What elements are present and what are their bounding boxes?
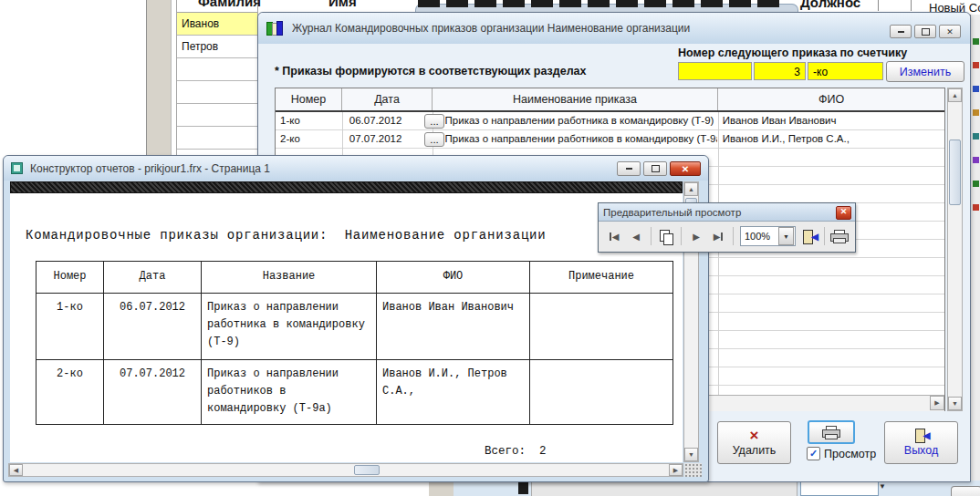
printer-icon bbox=[830, 230, 849, 243]
scroll-down-icon[interactable]: ▼ bbox=[684, 448, 698, 461]
counter-prefix-field[interactable] bbox=[678, 62, 752, 80]
preview-toolbar: Предварительный просмотр ✕ ◀ ◀ ▶ ▶ 100% … bbox=[598, 202, 856, 253]
scroll-right-icon[interactable]: ▶ bbox=[930, 396, 944, 410]
report-row: 1-ко 06.07.2012 Приказ о направлении раб… bbox=[36, 294, 673, 360]
orders-col-name[interactable]: Наименование приказа bbox=[433, 88, 718, 110]
side-panel-icon bbox=[973, 181, 979, 187]
background-bottom-splitter bbox=[429, 480, 454, 496]
counter-label: Номер следующего приказа по счетчику bbox=[678, 46, 891, 59]
report-hscrollbar[interactable]: ◀ ▶ bbox=[8, 463, 683, 477]
report-toolbar-strip bbox=[10, 181, 683, 193]
staff-row[interactable]: Петров bbox=[177, 36, 257, 58]
scroll-right-icon[interactable]: ▶ bbox=[669, 464, 683, 476]
last-page-button[interactable]: ▶ bbox=[708, 226, 728, 246]
print-button[interactable] bbox=[829, 226, 850, 246]
pages-icon bbox=[660, 230, 672, 243]
maximize-button[interactable] bbox=[914, 25, 936, 38]
scroll-up-icon[interactable]: ▲ bbox=[684, 182, 698, 196]
toolbar-separator bbox=[824, 227, 825, 245]
counter-suffix-field[interactable]: -ко bbox=[808, 62, 883, 80]
preview-toolbar-buttons: ◀ ◀ ▶ ▶ 100% ▼ ◀ bbox=[599, 221, 855, 252]
zoom-value: 100% bbox=[741, 231, 777, 242]
report-total: Всего: 2 bbox=[485, 445, 547, 458]
orders-table-header: Номер Дата Наименование приказа ФИО bbox=[276, 88, 944, 112]
exit-button[interactable]: ◀ Выход bbox=[884, 421, 958, 464]
exit-door-icon: ◀ bbox=[802, 230, 817, 243]
report-window-controls: ✕ bbox=[617, 161, 701, 176]
staff-row-empty[interactable] bbox=[177, 81, 257, 104]
preview-checkbox-label: Просмотр bbox=[824, 448, 876, 460]
background-bottom-block bbox=[518, 482, 528, 494]
journal-titlebar[interactable]: Журнал Командировочных приказов организа… bbox=[258, 13, 970, 44]
first-page-button[interactable]: ◀ bbox=[604, 226, 624, 246]
close-preview-button[interactable]: ◀ bbox=[799, 226, 819, 246]
background-side-panel bbox=[970, 15, 980, 480]
minimize-button[interactable] bbox=[890, 25, 912, 38]
orders-col-fio[interactable]: ФИО bbox=[718, 88, 944, 110]
side-panel-icon bbox=[973, 157, 979, 163]
orders-col-number[interactable]: Номер bbox=[276, 88, 342, 110]
delete-x-icon: × bbox=[750, 429, 759, 442]
orders-col-date[interactable]: Дата bbox=[342, 88, 433, 110]
chevron-down-icon[interactable]: ▼ bbox=[778, 227, 794, 245]
report-titlebar[interactable]: Конструктор отчетов - prikjour1.frx - Ст… bbox=[4, 156, 708, 181]
row-ellipsis-button[interactable]: ... bbox=[424, 114, 444, 129]
preview-toolbar-title: Предварительный просмотр bbox=[599, 207, 741, 218]
minimize-button[interactable] bbox=[617, 161, 641, 176]
report-page: Командировочные приказы организации: Наи… bbox=[10, 193, 683, 462]
toolbar-separator bbox=[681, 227, 682, 245]
scrollbar-thumb[interactable] bbox=[949, 140, 961, 205]
report-header-row: Номер Дата Название ФИО Примечание bbox=[36, 262, 673, 294]
next-page-button[interactable]: ▶ bbox=[686, 226, 706, 246]
close-button[interactable]: ✕ bbox=[939, 25, 961, 38]
printer-icon bbox=[822, 426, 840, 439]
background-partial-button[interactable] bbox=[951, 486, 980, 496]
header-separator bbox=[911, 0, 912, 11]
close-icon[interactable]: ✕ bbox=[836, 206, 851, 220]
orders-row[interactable]: 2-ко 07.07.2012 Приказ о направлении раб… bbox=[276, 130, 944, 149]
change-button[interactable]: Изменить bbox=[886, 61, 964, 82]
report-table: Номер Дата Название ФИО Примечание 1-ко … bbox=[36, 261, 673, 425]
preview-toolbar-titlebar[interactable]: Предварительный просмотр bbox=[599, 203, 855, 222]
toolbar-separator bbox=[651, 227, 652, 245]
column-header-position[interactable]: Должнос bbox=[800, 0, 860, 10]
staff-row-selected[interactable]: Иванов bbox=[177, 13, 257, 36]
scroll-up-icon[interactable]: ▲ bbox=[948, 88, 962, 102]
scroll-left-icon[interactable]: ◀ bbox=[9, 464, 23, 476]
print-button[interactable] bbox=[808, 420, 855, 444]
staff-row-empty[interactable] bbox=[177, 58, 257, 81]
column-header-surname[interactable]: Фамилия bbox=[198, 0, 261, 9]
scroll-down-icon[interactable]: ▼ bbox=[948, 397, 962, 410]
side-panel-icon bbox=[973, 204, 979, 211]
zoom-combobox[interactable]: 100% ▼ bbox=[740, 226, 796, 246]
preview-option[interactable]: ✓ Просмотр bbox=[807, 447, 876, 460]
prev-page-button[interactable]: ◀ bbox=[626, 226, 646, 246]
side-panel-icon bbox=[973, 133, 979, 140]
close-button[interactable]: ✕ bbox=[670, 161, 701, 176]
toolbar-separator bbox=[733, 227, 734, 245]
background-bottom-panel bbox=[531, 480, 798, 496]
exit-door-icon: ◀ bbox=[914, 429, 929, 442]
column-header-name[interactable]: Имя bbox=[328, 0, 357, 9]
desktop: Иванов Петров Фамилия Имя Должнос Новый … bbox=[0, 0, 980, 496]
delete-button[interactable]: × Удалить bbox=[717, 421, 791, 464]
orders-vscrollbar[interactable]: ▲ ▼ bbox=[947, 88, 963, 411]
staff-row-empty[interactable] bbox=[177, 127, 257, 150]
journal-window-title: Журнал Командировочных приказов организа… bbox=[292, 22, 690, 35]
preview-checkbox[interactable]: ✓ bbox=[807, 447, 820, 460]
staff-row-empty[interactable] bbox=[177, 104, 257, 127]
resize-grip[interactable] bbox=[684, 463, 702, 477]
scrollbar-thumb[interactable] bbox=[354, 465, 380, 475]
clipped-header-text bbox=[418, 0, 783, 7]
orders-row[interactable]: 1-ко 06.07.2012 Приказ о направлении раб… bbox=[276, 112, 944, 130]
counter-number-field[interactable]: 3 bbox=[754, 62, 806, 80]
maximize-button[interactable] bbox=[643, 161, 667, 176]
pages-button[interactable] bbox=[656, 226, 676, 246]
background-combobox[interactable] bbox=[800, 481, 879, 496]
row-ellipsis-button[interactable]: ... bbox=[424, 132, 444, 147]
chevron-down-icon[interactable]: ▼ bbox=[879, 482, 886, 491]
books-icon bbox=[266, 21, 285, 36]
journal-window-controls: ✕ bbox=[890, 25, 961, 38]
side-panel-icon bbox=[973, 109, 979, 116]
report-row: 2-ко 07.07.2012 Приказ о направлении раб… bbox=[36, 360, 673, 425]
